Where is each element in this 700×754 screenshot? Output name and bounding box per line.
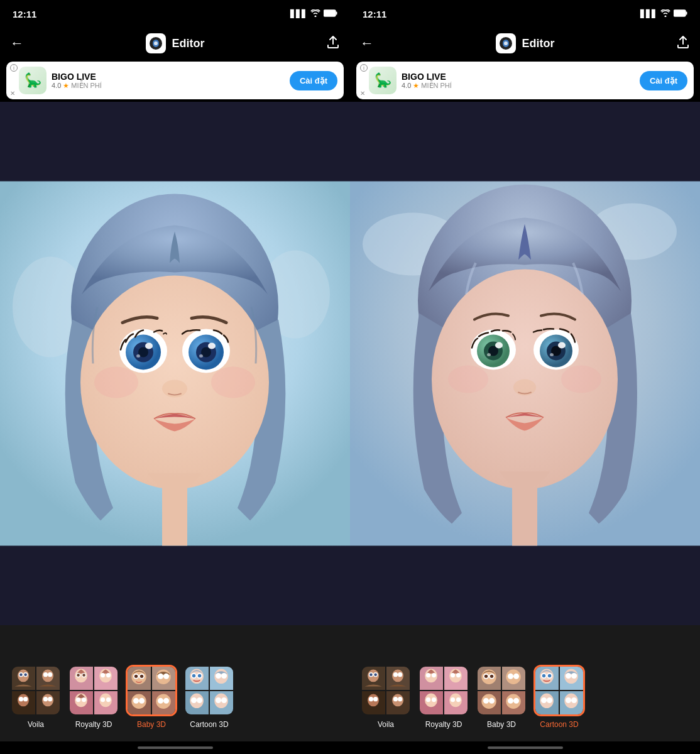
- filter-thumb-royalty-right: [418, 665, 469, 716]
- ad-banner-left[interactable]: i ✕ 🦕 BIGO LIVE 4.0 ★ MIỄN PHÍ Cài đặt: [6, 62, 344, 99]
- status-icons-right: ▋▋▋: [640, 8, 687, 19]
- ad-banner-right[interactable]: i ✕ 🦕 BIGO LIVE 4.0 ★ MIỄN PHÍ Cài đặt: [356, 62, 694, 99]
- filter-thumb-baby-right: [476, 665, 527, 716]
- status-bar-right: 12:11 ▋▋▋: [350, 0, 700, 28]
- status-bar-left: 12:11 ▋▋▋: [0, 0, 350, 28]
- svg-point-51: [101, 697, 105, 702]
- battery-icon-right: [674, 8, 687, 19]
- main-image-left: [0, 102, 350, 625]
- header-center-left: Editor: [146, 33, 205, 53]
- svg-point-20: [199, 354, 203, 358]
- filter-thumb-cartoon-right: [533, 665, 585, 716]
- ad-star-right: ★: [413, 82, 419, 90]
- svg-point-115: [369, 697, 373, 701]
- svg-point-118: [393, 697, 398, 701]
- svg-point-55: [134, 675, 138, 678]
- svg-point-158: [566, 697, 571, 703]
- svg-point-41: [77, 674, 80, 677]
- home-indicator-left: [0, 741, 350, 754]
- svg-point-124: [451, 673, 455, 677]
- filter-label-cartoon-right: Cartoon 3D: [540, 720, 578, 729]
- svg-point-153: [571, 673, 577, 679]
- filter-label-voila-right: Voila: [378, 720, 394, 729]
- filter-thumb-cartoon-left: [183, 665, 235, 716]
- ad-rating-left: 4.0: [52, 82, 61, 89]
- ad-install-button-left[interactable]: Cài đặt: [290, 71, 337, 90]
- svg-point-63: [139, 698, 145, 704]
- header-right: ← Editor: [350, 28, 700, 59]
- ad-text-right: BIGO LIVE 4.0 ★ MIỄN PHÍ: [402, 72, 635, 90]
- svg-point-65: [158, 698, 163, 704]
- header-left: ← Editor: [0, 28, 350, 59]
- svg-point-49: [82, 697, 86, 702]
- left-phone-panel: 12:11 ▋▋▋ ←: [0, 0, 350, 754]
- battery-icon-left: [324, 9, 337, 18]
- signal-bars-left: ▋▋▋: [290, 9, 307, 18]
- svg-point-14: [136, 354, 140, 358]
- filter-thumb-royalty-left: [68, 665, 119, 716]
- svg-point-134: [484, 675, 488, 678]
- svg-point-32: [48, 672, 52, 677]
- svg-point-141: [483, 698, 489, 704]
- svg-point-37: [43, 697, 48, 701]
- svg-point-156: [547, 697, 552, 703]
- svg-point-131: [456, 697, 461, 702]
- svg-point-38: [48, 697, 52, 701]
- status-time-right: 12:11: [363, 9, 386, 19]
- editor-title-left: Editor: [172, 37, 205, 50]
- svg-point-27: [19, 673, 23, 676]
- ad-subtitle-right: 4.0 ★ MIỄN PHÍ: [402, 82, 635, 90]
- svg-point-103: [448, 366, 488, 393]
- home-bar-right: [488, 746, 563, 749]
- filter-item-royalty-left[interactable]: Royalty 3D: [68, 665, 119, 729]
- ad-logo-right: 🦕: [369, 67, 396, 94]
- svg-rect-1: [336, 12, 337, 15]
- svg-point-69: [192, 674, 195, 677]
- svg-point-148: [542, 674, 545, 677]
- filter-label-baby-right: Baby 3D: [487, 720, 516, 729]
- svg-point-127: [426, 697, 430, 702]
- ad-close-left[interactable]: ✕: [10, 90, 15, 97]
- share-button-right[interactable]: [676, 35, 690, 52]
- filter-item-cartoon-left[interactable]: Cartoon 3D: [183, 665, 235, 729]
- svg-point-113: [398, 672, 402, 677]
- svg-point-43: [82, 674, 85, 677]
- svg-point-66: [163, 698, 169, 704]
- back-button-right[interactable]: ←: [360, 35, 374, 52]
- svg-point-101: [550, 353, 554, 356]
- svg-point-45: [101, 673, 105, 677]
- filter-item-baby-right[interactable]: Baby 3D: [476, 665, 527, 729]
- ad-install-button-right[interactable]: Cài đặt: [640, 71, 687, 90]
- svg-point-121: [426, 673, 430, 677]
- svg-point-19: [208, 343, 216, 349]
- svg-point-29: [24, 673, 27, 676]
- svg-rect-24: [162, 483, 187, 546]
- svg-point-71: [198, 674, 201, 677]
- svg-point-112: [393, 672, 398, 677]
- svg-point-48: [76, 697, 80, 702]
- svg-point-60: [163, 674, 169, 679]
- filter-label-cartoon-left: Cartoon 3D: [190, 720, 228, 729]
- svg-rect-82: [686, 12, 687, 15]
- ad-logo-left: 🦕: [19, 67, 46, 94]
- ad-star-left: ★: [63, 82, 69, 90]
- svg-point-3: [154, 41, 158, 45]
- svg-point-145: [513, 698, 519, 704]
- svg-point-104: [561, 366, 601, 393]
- back-button-left[interactable]: ←: [10, 35, 24, 52]
- svg-point-125: [456, 673, 461, 677]
- filter-item-voila-right[interactable]: Voila: [360, 665, 412, 729]
- filter-item-voila-left[interactable]: Voila: [10, 665, 62, 729]
- filter-item-cartoon-right[interactable]: Cartoon 3D: [533, 665, 585, 729]
- filter-item-baby-left[interactable]: Baby 3D: [126, 665, 177, 729]
- svg-point-57: [140, 675, 143, 678]
- wifi-icon-left: [310, 9, 320, 19]
- share-button-left[interactable]: [326, 35, 340, 52]
- svg-point-84: [504, 41, 508, 45]
- ad-close-right[interactable]: ✕: [360, 90, 365, 97]
- filter-thumb-baby-left: [126, 665, 177, 716]
- svg-point-59: [158, 674, 163, 679]
- svg-point-73: [216, 673, 221, 679]
- filter-item-royalty-right[interactable]: Royalty 3D: [418, 665, 469, 729]
- svg-point-108: [369, 673, 373, 676]
